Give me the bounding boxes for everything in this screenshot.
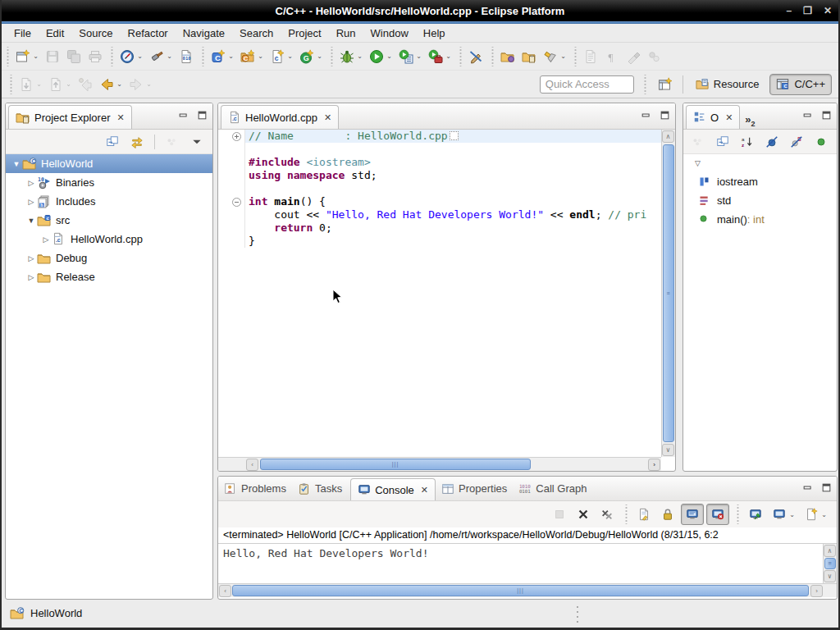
tree-item-debug[interactable]: ▷Debug: [6, 249, 212, 267]
minimize-window-button[interactable]: –: [786, 6, 792, 16]
menu-file[interactable]: File: [7, 25, 39, 42]
maximize-view-button[interactable]: [821, 110, 832, 121]
profile-button[interactable]: ⌄: [116, 46, 146, 67]
new-c-project-button[interactable]: C⌄: [208, 46, 237, 67]
editor-vertical-scrollbar[interactable]: ∧ ≡ ∨: [661, 130, 675, 457]
fold-gutter[interactable]: [218, 195, 245, 208]
remove-all-terminated-button[interactable]: [596, 504, 618, 525]
run-button[interactable]: ⌄: [366, 46, 395, 67]
fold-gutter[interactable]: [218, 235, 245, 248]
fold-gutter[interactable]: [218, 208, 245, 221]
build-console-button[interactable]: 010: [176, 46, 197, 67]
close-window-button[interactable]: ✕: [824, 6, 832, 16]
collapse-arrow-icon[interactable]: ▼: [11, 160, 22, 168]
scroll-down-arrow[interactable]: ∨: [824, 570, 836, 582]
outline-item-std[interactable]: std: [683, 191, 837, 210]
scroll-up-arrow[interactable]: ∧: [662, 130, 674, 143]
show-on-stderr-button[interactable]: [706, 504, 729, 525]
dropdown-chevron-icon[interactable]: ⌄: [316, 52, 323, 60]
dropdown-chevron-icon[interactable]: ⌄: [356, 52, 363, 60]
menu-navigate[interactable]: Navigate: [176, 25, 232, 42]
clear-console-button[interactable]: [633, 504, 655, 525]
sort-button[interactable]: az: [737, 131, 758, 153]
console-vertical-scrollbar[interactable]: ∧ ≡ ∨: [823, 544, 837, 583]
view-menu-icon[interactable]: ▽: [695, 159, 701, 167]
fold-gutter[interactable]: [218, 169, 245, 182]
display-selected-console-button[interactable]: ⌄: [769, 504, 798, 525]
console-horizontal-scrollbar[interactable]: ‹ ||| ›: [218, 583, 837, 597]
close-icon[interactable]: ✕: [116, 112, 124, 123]
collapse-all-button[interactable]: [102, 131, 123, 153]
menu-search[interactable]: Search: [232, 25, 281, 42]
tab-project-explorer[interactable]: Project Explorer ✕: [8, 105, 132, 129]
scroll-down-arrow[interactable]: ∨: [662, 444, 674, 456]
maximize-view-button[interactable]: [197, 110, 208, 121]
build-button[interactable]: ⌄: [146, 46, 176, 67]
minimize-view-button[interactable]: [178, 110, 189, 121]
close-icon[interactable]: ✕: [324, 112, 331, 123]
new-make-target-button[interactable]: G⌄: [296, 46, 326, 67]
pin-console-button[interactable]: [745, 504, 766, 525]
tab-problems[interactable]: Problems: [218, 477, 292, 500]
minimize-view-button[interactable]: [802, 110, 813, 121]
tree-item-helloworld-cpp[interactable]: ▷.cHelloWorld.cpp: [6, 230, 212, 249]
dropdown-chevron-icon[interactable]: ⌄: [445, 52, 452, 60]
external-tools-button[interactable]: ⌄: [425, 46, 454, 67]
search-button[interactable]: ⌄: [540, 46, 569, 67]
status-drag-handle[interactable]: [576, 605, 579, 623]
dropdown-chevron-icon[interactable]: ⌄: [559, 52, 567, 60]
close-icon[interactable]: ✕: [421, 485, 428, 495]
collapse-all-button[interactable]: [712, 131, 733, 153]
outline-item-iostream[interactable]: iostream: [683, 172, 837, 191]
dropdown-chevron-icon[interactable]: ⌄: [257, 52, 264, 60]
tab-outline[interactable]: O ✕: [686, 105, 740, 129]
dropdown-chevron-icon[interactable]: ⌄: [145, 80, 153, 88]
dropdown-chevron-icon[interactable]: ⌄: [227, 52, 235, 60]
hide-non-public-button[interactable]: [810, 131, 832, 153]
more-views-indicator[interactable]: »2: [740, 113, 760, 128]
mark-occurrences-button[interactable]: [465, 46, 486, 67]
menu-help[interactable]: Help: [416, 25, 453, 42]
console-hscroll-thumb[interactable]: |||: [232, 585, 809, 596]
menu-edit[interactable]: Edit: [39, 25, 71, 42]
dropdown-chevron-icon[interactable]: ⌄: [65, 80, 72, 88]
menu-refactor[interactable]: Refactor: [121, 25, 176, 42]
code-line-8[interactable]: return 0;: [218, 221, 661, 235]
console-output[interactable]: Hello, Red Hat Developers World! ∧ ≡ ∨: [218, 544, 837, 583]
hide-static-members-button[interactable]: S: [786, 131, 807, 153]
back-button[interactable]: ⌄: [96, 74, 126, 95]
quick-access-input[interactable]: [540, 75, 634, 94]
code-line-3[interactable]: #include <iostream>: [218, 156, 661, 169]
open-element-button[interactable]: [497, 46, 518, 67]
tab-properties[interactable]: Properties: [436, 477, 513, 500]
dropdown-chevron-icon[interactable]: ⌄: [415, 52, 422, 60]
tree-item-includes[interactable]: ▷hIncludes: [6, 192, 212, 211]
editor-hscroll-thumb[interactable]: |||: [260, 459, 531, 470]
perspective-resource-button[interactable]: Resource: [690, 74, 765, 95]
tree-item-binaries[interactable]: ▷10Binaries: [6, 173, 212, 192]
dropdown-chevron-icon[interactable]: ⌄: [35, 80, 43, 88]
scroll-left-arrow[interactable]: ‹: [219, 585, 231, 597]
fold-expand-icon[interactable]: [232, 132, 241, 141]
minimize-view-button[interactable]: [802, 482, 813, 493]
dropdown-chevron-icon[interactable]: ⌄: [788, 511, 796, 518]
fold-gutter[interactable]: [218, 221, 245, 235]
maximize-view-button[interactable]: [821, 482, 832, 493]
scroll-left-arrow[interactable]: ‹: [246, 459, 258, 471]
remove-launch-button[interactable]: [573, 504, 594, 525]
new-wizard-button[interactable]: ⌄: [12, 46, 42, 67]
tree-item-src[interactable]: ▼csrc: [6, 211, 212, 230]
code-line-5[interactable]: [218, 182, 661, 195]
tab-tasks[interactable]: Tasks: [292, 477, 348, 500]
outline-item-main[interactable]: main() : int: [683, 210, 837, 229]
tab-helloworld-cpp[interactable]: .c HelloWorld.cpp ✕: [221, 105, 339, 129]
hide-fields-button[interactable]: [761, 131, 783, 153]
menu-run[interactable]: Run: [329, 25, 363, 42]
fold-gutter[interactable]: [218, 156, 245, 169]
open-console-button[interactable]: ⌄: [801, 504, 830, 525]
menu-source[interactable]: Source: [71, 25, 120, 42]
dropdown-chevron-icon[interactable]: ⌄: [116, 80, 123, 88]
scroll-lock-button[interactable]: [657, 504, 678, 525]
scroll-right-arrow[interactable]: ›: [648, 459, 660, 471]
editor-vscroll-thumb[interactable]: ≡: [663, 144, 674, 442]
